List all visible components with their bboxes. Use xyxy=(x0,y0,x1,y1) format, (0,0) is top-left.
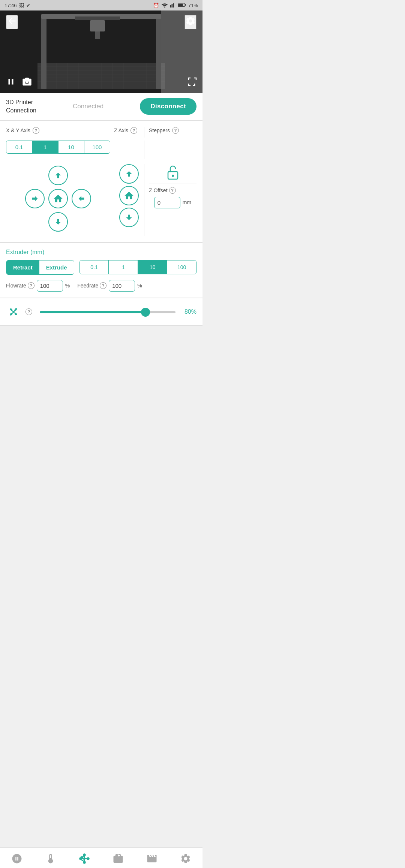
xy-grid xyxy=(6,164,110,233)
right-panel: Z Offset ? mm xyxy=(144,164,196,236)
retract-button[interactable]: Retract xyxy=(6,260,39,274)
z-offset-help-icon[interactable]: ? xyxy=(169,187,176,194)
retract-extrude-toggle: Retract Extrude xyxy=(6,260,74,275)
scroll-body: 3D Printer Connection Connected Disconne… xyxy=(0,93,202,386)
fan-slider-container xyxy=(40,308,176,316)
connection-section: 3D Printer Connection Connected Disconne… xyxy=(0,93,202,121)
extruder-section: Extruder (mm) Retract Extrude 0.1 1 10 1… xyxy=(0,243,202,298)
pause-button[interactable] xyxy=(6,77,16,89)
svg-rect-6 xyxy=(178,3,183,6)
fan-slider[interactable] xyxy=(40,311,176,313)
svg-rect-28 xyxy=(75,16,120,20)
feedrate-label: Feedrate ? xyxy=(77,282,106,289)
controls-section: X & Y Axis ? Z Axis ? Steppers ? 0.1 1 1… xyxy=(0,121,202,242)
settings-camera-button[interactable] xyxy=(184,15,196,29)
flowrate-group: Flowrate ? % xyxy=(6,280,70,292)
z-down-button[interactable] xyxy=(119,208,139,227)
fan-percent-display: 80% xyxy=(180,308,196,315)
alarm-icon: ⏰ xyxy=(153,3,159,8)
xy-axis-label: X & Y Axis ? xyxy=(6,127,114,134)
feedrate-unit: % xyxy=(137,283,142,289)
feedrate-group: Feedrate ? % xyxy=(77,280,142,292)
extrude-button[interactable]: Extrude xyxy=(39,260,74,274)
status-bar: 17:46 🖼 ✔ ⏰ 71% xyxy=(0,0,202,10)
steppers-help-icon[interactable]: ? xyxy=(172,127,179,134)
extruder-step-buttons: 0.1 1 10 100 xyxy=(80,260,196,274)
battery-icon xyxy=(178,3,186,8)
xy-step-10[interactable]: 10 xyxy=(58,141,84,153)
fullscreen-button[interactable] xyxy=(187,76,198,89)
fan-row: ? 80% xyxy=(6,304,196,319)
z-offset-input-row: mm xyxy=(154,197,191,208)
xy-step-0.1[interactable]: 0.1 xyxy=(6,141,32,153)
disconnect-button[interactable]: Disconnect xyxy=(140,98,196,115)
xy-help-icon[interactable]: ? xyxy=(33,127,39,134)
z-offset-label: Z Offset ? xyxy=(149,187,176,194)
ext-step-1[interactable]: 1 xyxy=(109,260,138,274)
camera-view xyxy=(0,10,202,93)
svg-rect-30 xyxy=(95,31,100,39)
extruder-controls: Retract Extrude 0.1 1 10 100 xyxy=(6,260,196,275)
svg-rect-26 xyxy=(156,14,161,89)
signal-icon xyxy=(170,2,176,9)
z-axis-label: Z Axis ? xyxy=(114,127,144,134)
extruder-title: Extruder (mm) xyxy=(6,249,196,256)
flowrate-unit: % xyxy=(65,283,70,289)
gallery-icon: 🖼 xyxy=(19,3,24,8)
check-icon: ✔ xyxy=(26,3,30,8)
fan-icon xyxy=(6,304,21,319)
y-up-button[interactable] xyxy=(47,164,69,187)
xy-step-1[interactable]: 1 xyxy=(32,141,58,153)
z-controls xyxy=(114,164,144,236)
flowrate-input[interactable] xyxy=(37,280,63,292)
z-offset-input[interactable] xyxy=(154,197,180,208)
camera-controls xyxy=(6,77,32,89)
wifi-icon xyxy=(161,2,168,9)
xy-controls xyxy=(6,164,114,236)
battery-percent: 71% xyxy=(188,3,198,8)
x-left-button[interactable] xyxy=(24,187,46,210)
svg-rect-0 xyxy=(170,5,171,7)
svg-point-34 xyxy=(12,311,15,313)
back-button[interactable] xyxy=(6,15,18,29)
svg-rect-3 xyxy=(174,2,175,7)
feedrate-input[interactable] xyxy=(109,280,135,292)
fan-section: ? 80% xyxy=(0,298,202,326)
xy-step-buttons: 0.1 1 10 100 xyxy=(6,141,110,154)
feedrate-help-icon[interactable]: ? xyxy=(100,282,106,289)
z-offset-unit: mm xyxy=(183,199,191,205)
ext-step-100[interactable]: 100 xyxy=(167,260,196,274)
ext-step-10[interactable]: 10 xyxy=(138,260,167,274)
z-home-button[interactable] xyxy=(119,186,139,205)
svg-rect-1 xyxy=(171,4,172,7)
xy-home-button[interactable] xyxy=(47,187,69,210)
ext-step-0.1[interactable]: 0.1 xyxy=(80,260,109,274)
controls-body: Z Offset ? mm xyxy=(6,164,196,236)
connection-label: 3D Printer Connection xyxy=(6,98,36,115)
fan-help-icon[interactable]: ? xyxy=(26,308,32,315)
status-icons: ⏰ 71% xyxy=(153,2,198,9)
svg-rect-2 xyxy=(173,3,174,7)
steppers-label: Steppers ? xyxy=(149,127,196,134)
connection-status: Connected xyxy=(73,103,104,110)
y-down-button[interactable] xyxy=(47,211,69,233)
xy-step-100[interactable]: 100 xyxy=(84,141,110,153)
svg-rect-29 xyxy=(90,20,105,31)
time-display: 17:46 xyxy=(4,3,17,8)
x-right-button[interactable] xyxy=(70,187,93,210)
svg-rect-5 xyxy=(185,4,186,5)
flowrate-help-icon[interactable]: ? xyxy=(28,282,34,289)
flowrate-label: Flowrate ? xyxy=(6,282,34,289)
rate-row: Flowrate ? % Feedrate ? % xyxy=(6,280,196,292)
status-time: 17:46 🖼 ✔ xyxy=(4,3,30,8)
svg-rect-25 xyxy=(41,14,46,89)
svg-point-33 xyxy=(172,175,174,177)
z-help-icon[interactable]: ? xyxy=(130,127,137,134)
camera-capture-button[interactable] xyxy=(22,77,32,89)
stepper-lock-button[interactable] xyxy=(165,164,181,181)
z-up-button[interactable] xyxy=(119,164,139,184)
